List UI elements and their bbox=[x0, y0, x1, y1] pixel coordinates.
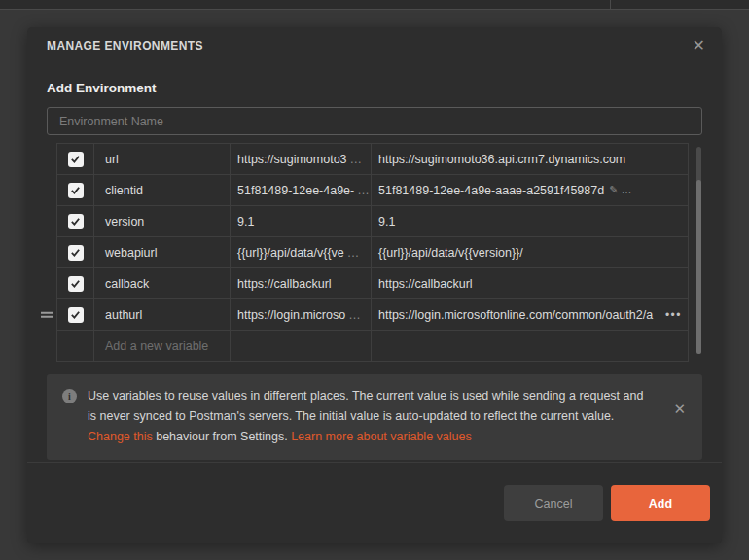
close-icon[interactable]: ✕ bbox=[693, 38, 705, 53]
dialog-title: MANAGE ENVIRONMENTS bbox=[47, 39, 203, 52]
add-variable-name-cell[interactable]: Add a new variable bbox=[94, 331, 231, 361]
manage-environments-dialog: MANAGE ENVIRONMENTS ✕ Add Environment ur… bbox=[27, 27, 722, 543]
pane-divider bbox=[610, 0, 611, 10]
current-value: 51f81489-12ee-4a9e-aaae-a2591f45987d bbox=[378, 184, 604, 197]
table-row: authurl https://login.microso… https://l… bbox=[56, 299, 689, 331]
table-row: clientid 51f81489-12ee-4a9e-… 51f81489-1… bbox=[56, 175, 689, 206]
checkbox-cell bbox=[56, 175, 94, 205]
variable-name-cell[interactable]: authurl bbox=[94, 299, 231, 330]
current-value-cell[interactable]: https://sugimomoto36.api.crm7.dynamics.c… bbox=[372, 144, 689, 174]
change-this-link[interactable]: Change this bbox=[88, 430, 153, 443]
current-value: 9.1 bbox=[378, 215, 395, 228]
initial-value: 51f81489-12ee-4a9e- bbox=[237, 184, 354, 197]
checkbox-cell bbox=[56, 331, 94, 361]
current-value: https://sugimomoto36.api.crm7.dynamics.c… bbox=[378, 153, 625, 166]
checkbox-cell bbox=[56, 206, 94, 236]
drag-handle-icon[interactable] bbox=[41, 310, 54, 319]
variable-checkbox[interactable] bbox=[68, 245, 84, 261]
variables-info-callout: i Use variables to reuse values in diffe… bbox=[47, 374, 702, 460]
initial-value-cell[interactable]: 9.1 bbox=[231, 206, 372, 236]
variable-name: url bbox=[105, 153, 119, 166]
variable-name-cell[interactable]: clientid bbox=[94, 175, 231, 205]
initial-value: https://sugimomoto3 bbox=[237, 153, 347, 166]
dialog-footer: Cancel Add bbox=[27, 462, 722, 543]
add-variable-placeholder: Add a new variable bbox=[105, 339, 208, 353]
variable-name-cell[interactable]: callback bbox=[94, 268, 231, 298]
initial-value: {{url}}/api/data/v{{ve bbox=[237, 246, 344, 260]
variable-checkbox[interactable] bbox=[68, 214, 84, 229]
checkbox-cell bbox=[56, 237, 94, 267]
checkbox-cell bbox=[56, 268, 94, 298]
initial-value-cell[interactable]: {{url}}/api/data/v{{ve… bbox=[231, 237, 372, 267]
table-row: url https://sugimomoto3… https://sugimom… bbox=[56, 144, 689, 175]
check-icon bbox=[70, 278, 81, 289]
table-scrollbar-track[interactable] bbox=[696, 147, 701, 354]
info-text-part2: behaviour from Settings. bbox=[153, 430, 291, 443]
variable-name: webapiurl bbox=[105, 246, 158, 260]
variable-name: callback bbox=[105, 277, 149, 291]
current-value-cell[interactable]: 51f81489-12ee-4a9e-aaae-a2591f45987d✎ … bbox=[372, 175, 689, 205]
current-value-cell[interactable]: {{url}}/api/data/v{{version}}/ bbox=[372, 237, 689, 267]
current-value: {{url}}/api/data/v{{version}}/ bbox=[378, 246, 523, 260]
table-row: version 9.1 9.1 bbox=[56, 206, 689, 237]
current-value-cell[interactable]: https://login.microsoftonline.com/common… bbox=[372, 299, 689, 330]
variable-name-cell[interactable]: version bbox=[94, 206, 231, 236]
variable-checkbox[interactable] bbox=[68, 183, 84, 198]
truncation-ellipsis: … bbox=[347, 246, 360, 260]
add-variable-current-cell[interactable] bbox=[372, 331, 689, 361]
variable-checkbox[interactable] bbox=[68, 276, 84, 292]
add-button[interactable]: Add bbox=[611, 485, 710, 521]
current-value-cell[interactable]: 9.1 bbox=[372, 206, 689, 236]
truncation-ellipsis: … bbox=[350, 153, 363, 166]
variable-name-cell[interactable]: url bbox=[94, 144, 231, 174]
initial-value-cell[interactable]: 51f81489-12ee-4a9e-… bbox=[231, 175, 372, 205]
add-environment-heading: Add Environment bbox=[47, 81, 702, 95]
initial-value: https://login.microso bbox=[237, 308, 345, 322]
dialog-content: Add Environment url https://sugimomoto3…… bbox=[27, 81, 722, 362]
initial-value-cell[interactable]: https://callbackurl bbox=[231, 268, 372, 298]
initial-value-cell[interactable]: https://login.microso… bbox=[231, 299, 372, 330]
learn-more-link[interactable]: Learn more about variable values bbox=[291, 430, 472, 443]
truncation-ellipsis: … bbox=[357, 184, 370, 197]
current-value: https://callbackurl bbox=[378, 277, 473, 291]
table-row: callback https://callbackurl https://cal… bbox=[56, 268, 689, 299]
info-text-part1: Use variables to reuse values in differe… bbox=[88, 389, 643, 423]
current-value-cell[interactable]: https://callbackurl bbox=[372, 268, 689, 298]
check-icon bbox=[70, 309, 81, 320]
checkbox-cell bbox=[56, 299, 94, 330]
add-variable-initial-cell[interactable] bbox=[231, 331, 372, 361]
dialog-header: MANAGE ENVIRONMENTS ✕ bbox=[27, 27, 722, 64]
add-variable-row: Add a new variable bbox=[56, 331, 689, 362]
check-icon bbox=[70, 216, 81, 227]
check-icon bbox=[70, 185, 81, 195]
initial-value: 9.1 bbox=[237, 215, 254, 228]
current-value: https://login.microsoftonline.com/common… bbox=[378, 308, 653, 322]
environment-name-input[interactable] bbox=[47, 107, 702, 135]
check-icon bbox=[70, 154, 81, 164]
variable-name: version bbox=[105, 215, 144, 228]
variable-name-cell[interactable]: webapiurl bbox=[94, 237, 231, 267]
app-top-strip bbox=[0, 0, 749, 10]
variables-table: url https://sugimomoto3… https://sugimom… bbox=[56, 143, 689, 362]
variable-checkbox[interactable] bbox=[68, 152, 84, 167]
variables-table-zone: url https://sugimomoto3… https://sugimom… bbox=[47, 143, 702, 362]
cancel-button[interactable]: Cancel bbox=[504, 485, 603, 521]
table-scrollbar-thumb[interactable] bbox=[696, 180, 701, 354]
initial-value-cell[interactable]: https://sugimomoto3… bbox=[231, 144, 372, 174]
edit-icon[interactable]: ✎ … bbox=[609, 184, 631, 196]
row-actions-icon[interactable]: ••• bbox=[665, 308, 682, 322]
check-icon bbox=[70, 247, 81, 258]
variable-name: clientid bbox=[105, 184, 143, 197]
info-icon: i bbox=[62, 389, 77, 403]
dismiss-info-icon[interactable]: ✕ bbox=[673, 401, 686, 418]
info-text: Use variables to reuse values in differe… bbox=[88, 386, 689, 447]
variable-checkbox[interactable] bbox=[68, 307, 84, 323]
initial-value: https://callbackurl bbox=[237, 277, 332, 291]
truncation-ellipsis: … bbox=[348, 308, 361, 322]
table-row: webapiurl {{url}}/api/data/v{{ve… {{url}… bbox=[56, 237, 689, 268]
variable-name: authurl bbox=[105, 308, 142, 322]
checkbox-cell bbox=[56, 144, 94, 174]
